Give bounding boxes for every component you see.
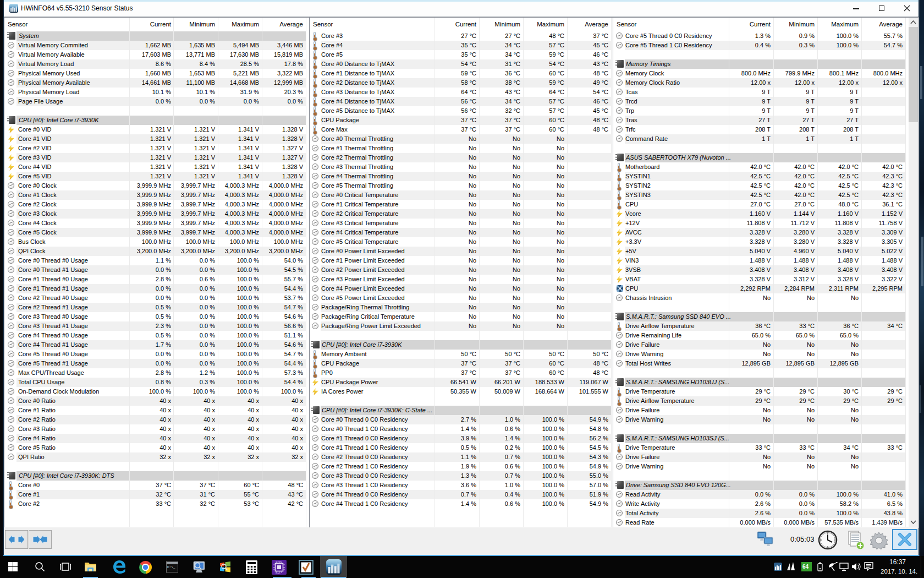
svg-text:TEMP: TEMP [275, 572, 280, 575]
svg-text:CORE: CORE [276, 561, 282, 563]
svg-text:C:\_: C:\_ [167, 565, 175, 569]
